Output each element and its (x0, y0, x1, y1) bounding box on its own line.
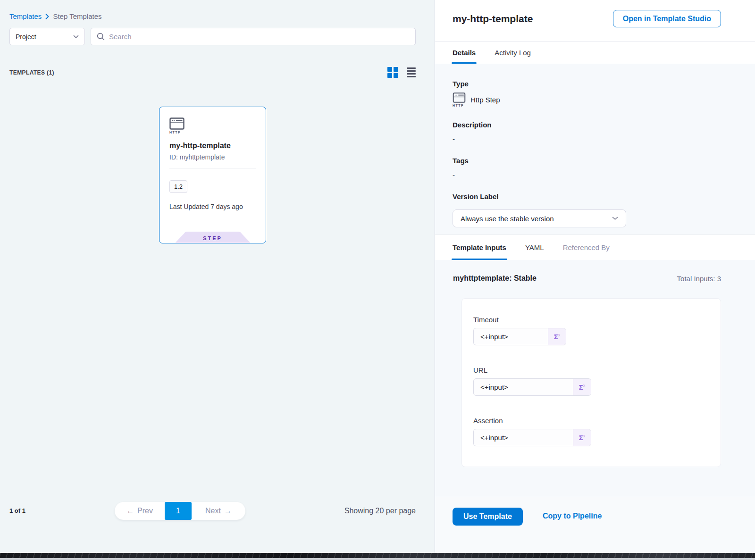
version-label: Version Label (453, 192, 721, 201)
per-page-text: Showing 20 per page (344, 507, 416, 515)
url-value[interactable]: <+input> (474, 379, 573, 395)
tab-details[interactable]: Details (453, 42, 476, 64)
tags-value: - (453, 171, 721, 179)
tags-label: Tags (453, 157, 721, 165)
templates-count-label: TEMPLATES (1) (9, 69, 54, 76)
next-arrow-icon: → (224, 507, 232, 515)
template-card-title: my-http-template (169, 142, 256, 150)
scope-dropdown-value: Project (16, 33, 36, 41)
version-badge: 1.2 (169, 180, 187, 193)
template-inputs-content: myhttptemplate: Stable Total Inputs: 3 T… (435, 260, 755, 497)
timeout-field: <+input> Σx (473, 328, 566, 345)
last-updated-text: Last Updated 7 days ago (169, 203, 256, 210)
http-icon-caption: HTTP (169, 131, 181, 134)
http-icon-caption: HTTP (453, 104, 464, 107)
list-view-icon[interactable] (407, 67, 416, 77)
total-inputs-count: Total Inputs: 3 (677, 275, 721, 283)
list-header: TEMPLATES (1) (9, 67, 416, 78)
template-card[interactable]: HTTP my-http-template ID: myhttptemplate… (159, 107, 266, 243)
timeout-label: Timeout (473, 316, 709, 324)
tab-activity-log[interactable]: Activity Log (495, 42, 531, 64)
details-content: Type HTTP Http Step Description - Tags (435, 64, 755, 234)
url-field: <+input> Σx (473, 378, 591, 396)
view-toggles (387, 67, 416, 78)
pagination: 1 of 1 ← Prev 1 Next → Showing 20 per pa… (0, 502, 435, 520)
step-type-ribbon: STEP (175, 232, 251, 243)
step-ribbon-label: STEP (175, 232, 251, 243)
breadcrumb: Templates Step Templates (9, 12, 416, 20)
assertion-label: Assertion (473, 417, 709, 425)
runtime-input-toggle-button[interactable]: Σx (573, 379, 591, 395)
details-header: my-http-template Open in Template Studio (435, 0, 755, 42)
page-number-button[interactable]: 1 (165, 502, 192, 520)
breadcrumb-chevron-icon (45, 14, 49, 19)
http-step-icon: HTTP (453, 92, 466, 107)
inputs-heading-row: myhttptemplate: Stable Total Inputs: 3 (453, 274, 721, 283)
version-dropdown-value: Always use the stable version (461, 215, 554, 223)
assertion-field: <+input> Σx (473, 429, 591, 446)
prev-page-button[interactable]: ← Prev (115, 502, 165, 520)
type-row: HTTP Http Step (453, 92, 721, 107)
search-input[interactable] (109, 33, 410, 41)
copy-to-pipeline-link[interactable]: Copy to Pipeline (543, 512, 602, 520)
pager: ← Prev 1 Next → (115, 502, 245, 520)
filters-row: Project (9, 28, 416, 45)
grid-view-icon[interactable] (387, 67, 398, 78)
chevron-down-icon (73, 35, 79, 39)
tab-referenced-by[interactable]: Referenced By (563, 235, 610, 260)
prev-label: Prev (137, 507, 153, 515)
open-in-template-studio-button[interactable]: Open in Template Studio (613, 10, 721, 27)
details-footer: Use Template Copy to Pipeline (435, 497, 755, 553)
templates-page: Templates Step Templates Project TEMPLAT… (0, 0, 755, 553)
timeout-value[interactable]: <+input> (474, 328, 548, 345)
card-divider (169, 168, 256, 168)
description-label: Description (453, 121, 721, 129)
version-label-dropdown[interactable]: Always use the stable version (453, 209, 626, 227)
sigma-icon: Σx (579, 434, 586, 441)
details-tabbar: Details Activity Log (435, 42, 755, 64)
type-value: Http Step (470, 96, 500, 104)
description-value: - (453, 135, 721, 143)
inputs-heading: myhttptemplate: Stable (453, 274, 537, 283)
desktop-edge-strip (0, 553, 755, 560)
tab-template-inputs[interactable]: Template Inputs (453, 235, 506, 260)
input-group-assertion: Assertion <+input> Σx (473, 417, 709, 446)
templates-list-panel: Templates Step Templates Project TEMPLAT… (0, 0, 435, 553)
page-summary: 1 of 1 (9, 507, 25, 514)
type-label: Type (453, 80, 721, 88)
next-page-button[interactable]: Next → (192, 502, 245, 520)
assertion-value[interactable]: <+input> (474, 429, 573, 446)
inputs-tabbar: Template Inputs YAML Referenced By (435, 234, 755, 260)
use-template-button[interactable]: Use Template (453, 508, 523, 526)
template-details-panel: my-http-template Open in Template Studio… (435, 0, 755, 553)
chevron-down-icon (612, 217, 618, 220)
next-label: Next (205, 507, 221, 515)
tab-yaml[interactable]: YAML (525, 235, 544, 260)
search-icon (97, 33, 105, 41)
input-group-url: URL <+input> Σx (473, 366, 709, 396)
url-label: URL (473, 366, 709, 374)
input-group-timeout: Timeout <+input> Σx (473, 316, 709, 345)
search-box (91, 28, 416, 45)
runtime-input-toggle-button[interactable]: Σx (573, 429, 591, 446)
prev-arrow-icon: ← (126, 507, 134, 515)
scope-dropdown[interactable]: Project (9, 28, 85, 45)
inputs-card: Timeout <+input> Σx URL <+input> Σx Asse… (461, 298, 721, 467)
sigma-icon: Σx (554, 333, 561, 340)
template-title: my-http-template (453, 13, 533, 25)
breadcrumb-templates-link[interactable]: Templates (9, 12, 42, 20)
sigma-icon: Σx (579, 384, 586, 391)
template-card-id: ID: myhttptemplate (169, 153, 256, 161)
runtime-input-toggle-button[interactable]: Σx (548, 328, 566, 345)
http-step-icon: HTTP (169, 117, 256, 134)
breadcrumb-current: Step Templates (53, 12, 101, 20)
